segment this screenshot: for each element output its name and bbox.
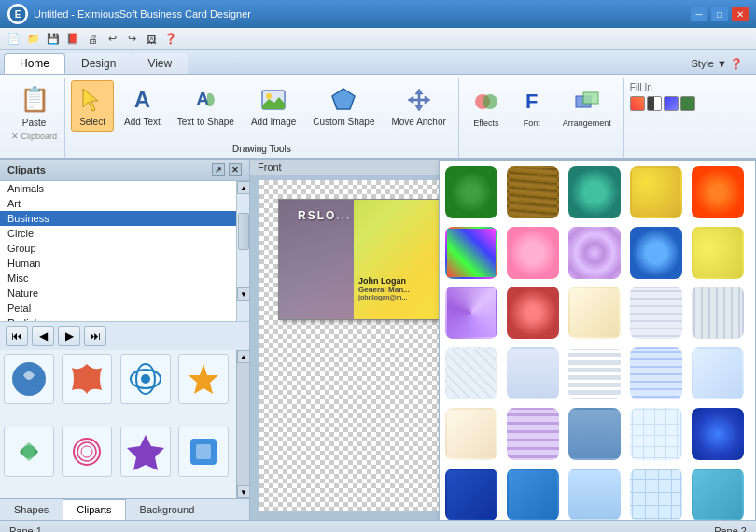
thumb-3[interactable]	[120, 354, 171, 404]
font-button[interactable]: F Font	[511, 82, 553, 133]
pattern-blue-radial[interactable]	[630, 227, 682, 279]
fill-swatch-4[interactable]	[680, 96, 695, 111]
thumb-6[interactable]	[62, 427, 112, 477]
thumbs-scroll-down[interactable]: ▼	[237, 485, 249, 498]
tab-home[interactable]: Home	[4, 53, 65, 74]
qa-image-button[interactable]: 🖼	[143, 31, 160, 48]
scroll-down-button[interactable]: ▼	[237, 287, 249, 301]
pattern-steel-blue[interactable]	[568, 408, 621, 460]
qa-help-button[interactable]: ❓	[162, 31, 179, 48]
thumb-7[interactable]	[120, 427, 171, 477]
add-image-button[interactable]: Add Image	[245, 80, 302, 132]
fill-swatch-1[interactable]	[630, 96, 645, 111]
pattern-pink-swirl[interactable]	[507, 227, 559, 279]
pattern-lines1[interactable]	[630, 287, 682, 339]
pattern-light-blue[interactable]	[692, 347, 744, 399]
qa-redo-button[interactable]: ↪	[123, 31, 140, 48]
pattern-cream[interactable]	[568, 287, 621, 339]
pattern-lines2[interactable]	[692, 287, 744, 339]
category-human[interactable]: Human	[0, 256, 236, 271]
btab-shapes[interactable]: Shapes	[0, 499, 63, 520]
list-scrollbar[interactable]: ▲ ▼	[236, 181, 249, 321]
font-label: Font	[524, 119, 540, 128]
pattern-cheese[interactable]	[630, 166, 682, 218]
btab-background[interactable]: Background	[126, 499, 209, 520]
thumb-8[interactable]	[178, 427, 229, 477]
pattern-white-lines[interactable]	[568, 347, 621, 399]
thumb-2[interactable]	[62, 354, 112, 404]
pattern-dark-blue[interactable]	[445, 469, 497, 520]
thumb-1[interactable]	[4, 354, 54, 404]
pattern-teal[interactable]	[568, 166, 621, 218]
panel-close-button[interactable]: ✕	[229, 163, 242, 176]
tab-view[interactable]: View	[132, 53, 188, 74]
pattern-teal2[interactable]	[692, 469, 744, 520]
pattern-grid2[interactable]	[630, 469, 682, 520]
qa-print-button[interactable]: 🖨	[84, 31, 101, 48]
thumb-5[interactable]	[4, 427, 54, 477]
pattern-swirl2[interactable]	[445, 287, 497, 339]
first-button[interactable]: ⏮	[6, 326, 28, 346]
fill-swatch-3[interactable]	[664, 96, 679, 111]
scroll-thumb[interactable]	[238, 213, 249, 250]
move-anchor-button[interactable]: Move Anchor	[385, 80, 452, 132]
pattern-green-leaves[interactable]	[445, 166, 497, 218]
svg-point-16	[81, 446, 92, 457]
minimize-button[interactable]: ─	[691, 7, 707, 21]
qa-pdf-button[interactable]: 📕	[64, 31, 81, 48]
tab-design[interactable]: Design	[65, 53, 132, 74]
text-to-shape-icon: A	[190, 85, 220, 115]
thumbs-scrollbar[interactable]: ▲ ▼	[236, 350, 249, 498]
maximize-button[interactable]: □	[711, 7, 728, 21]
qa-save-button[interactable]: 💾	[45, 31, 62, 48]
pattern-cream2[interactable]	[445, 408, 497, 460]
qa-undo-button[interactable]: ↩	[104, 31, 120, 48]
add-image-label: Add Image	[251, 117, 296, 127]
pattern-orange[interactable]	[692, 166, 744, 218]
qa-new-button[interactable]: 📄	[6, 31, 22, 48]
add-text-button[interactable]: A Add Text	[118, 80, 167, 132]
btab-cliparts[interactable]: Cliparts	[63, 499, 125, 520]
effects-button[interactable]: Effects	[465, 82, 508, 133]
svg-point-15	[77, 442, 96, 461]
select-label: Select	[79, 117, 105, 127]
thumb-4[interactable]	[178, 354, 229, 404]
pattern-navy-blue[interactable]	[692, 408, 744, 460]
pattern-rose[interactable]	[507, 287, 559, 339]
play-button[interactable]: ▶	[58, 326, 80, 346]
paste-label: Paste	[22, 118, 47, 128]
pattern-purple-stripes[interactable]	[507, 408, 559, 460]
pattern-blue-lines[interactable]	[630, 347, 682, 399]
prev-button[interactable]: ◀	[32, 326, 54, 346]
pattern-mid-blue[interactable]	[507, 469, 559, 520]
category-circle[interactable]: Circle	[0, 226, 236, 241]
pattern-wavy[interactable]	[507, 347, 559, 399]
category-animals[interactable]: Animals	[0, 181, 236, 196]
pattern-colorful[interactable]	[445, 227, 497, 279]
next-button[interactable]: ⏭	[84, 326, 106, 346]
select-button[interactable]: Select	[71, 80, 114, 132]
pattern-light-blue2[interactable]	[568, 469, 621, 520]
category-radial[interactable]: Radial	[0, 315, 236, 321]
custom-shape-button[interactable]: Custom Shape	[306, 80, 381, 132]
thumbs-scroll-up[interactable]: ▲	[237, 350, 249, 363]
text-to-shape-button[interactable]: A Text to Shape	[171, 80, 241, 132]
category-art[interactable]: Art	[0, 196, 236, 211]
pattern-circles[interactable]	[568, 227, 621, 279]
pattern-diagonal[interactable]	[445, 347, 497, 399]
category-business[interactable]: Business	[0, 211, 236, 226]
close-button[interactable]: ✕	[732, 7, 749, 21]
pattern-wood[interactable]	[507, 166, 559, 218]
qa-open-button[interactable]: 📁	[25, 31, 42, 48]
pattern-grid-blue[interactable]	[630, 408, 682, 460]
category-group[interactable]: Group	[0, 241, 236, 256]
panel-float-button[interactable]: ↗	[212, 163, 225, 176]
pattern-yellow-dots[interactable]	[692, 227, 744, 279]
arrangement-button[interactable]: Arrangement	[556, 82, 618, 133]
category-petal[interactable]: Petal	[0, 301, 236, 315]
category-nature[interactable]: Nature	[0, 286, 236, 301]
canvas-area: Front RSLO... John Logan General Man... …	[250, 160, 756, 520]
scroll-up-button[interactable]: ▲	[237, 181, 249, 194]
fill-swatch-2[interactable]	[647, 96, 662, 111]
category-misc[interactable]: Misc	[0, 271, 236, 286]
